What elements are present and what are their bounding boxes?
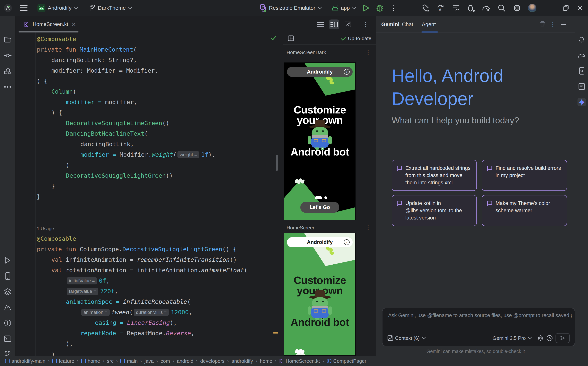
window-minimize-button[interactable] (545, 0, 558, 16)
apply-changes-button[interactable]: A (436, 0, 445, 16)
preview-options-kebab[interactable]: ⋮ (365, 225, 371, 230)
breadcrumb-item[interactable]: home (260, 358, 272, 364)
suggestion-text: Make my Theme's color scheme warmer (496, 200, 562, 221)
more-tool-windows-icon[interactable] (3, 83, 12, 91)
view-mode-split-icon[interactable] (329, 19, 339, 30)
clear-chat-trash-icon[interactable] (539, 20, 546, 28)
breadcrumb-item[interactable]: CompactPager (327, 358, 367, 364)
gemini-options-kebab[interactable]: ⋮ (549, 20, 557, 28)
breadcrumb-item[interactable]: developers (200, 358, 224, 364)
breadcrumb-item[interactable]: com (160, 358, 170, 364)
gradle-tool-icon[interactable] (578, 51, 586, 59)
preview-app-bar: Androidify i (287, 237, 353, 247)
preview-homescreen[interactable]: Androidify i Customize your own Android … (284, 233, 356, 356)
editor-options-kebab[interactable]: ⋮ (361, 19, 371, 30)
suggestion-card[interactable]: Extract all hardcoded strings from this … (392, 160, 477, 191)
indent-guide (51, 97, 51, 181)
apply-code-changes-button[interactable] (452, 0, 460, 16)
suggestion-card[interactable]: Update kotlin in @libs.version.toml to t… (392, 195, 477, 226)
debug-button[interactable] (376, 0, 384, 16)
breadcrumb-item[interactable]: HomeScreen.kt (279, 358, 320, 364)
gemini-input-box[interactable]: Ask Gemini, use @filename to attach sour… (382, 308, 575, 346)
gemini-greeting: Hello, Android Developer (392, 64, 503, 110)
inspections-ok-icon[interactable] (271, 36, 276, 40)
view-mode-code-icon[interactable] (315, 19, 325, 30)
run-button[interactable] (363, 0, 369, 16)
hide-panel-icon[interactable] (560, 20, 567, 28)
kotlin-file-icon (279, 359, 284, 363)
build-button[interactable] (422, 0, 430, 16)
breadcrumb-separator-icon: › (103, 358, 104, 364)
tab-chat[interactable]: Chat (402, 16, 413, 32)
suggestion-text: Find and resolve build errors in my proj… (496, 164, 562, 186)
history-clock-icon[interactable] (546, 335, 553, 341)
project-name: Androidify (48, 5, 72, 11)
device-manager-tool-icon[interactable] (3, 272, 12, 280)
preview-item-header: HomeScreenDark ⋮ (284, 47, 374, 58)
tab-label: HomeScreen.kt (33, 21, 68, 27)
code-content[interactable]: @Composableprivate fun MainHomeContent(d… (37, 34, 248, 356)
project-tool-icon[interactable] (3, 35, 12, 44)
terminal-tool-icon[interactable] (3, 335, 12, 343)
hamburger-menu[interactable] (20, 0, 28, 16)
commit-tool-icon[interactable] (3, 51, 12, 60)
preview-item-header: HomeScreen ⋮ (284, 222, 374, 233)
breadcrumb-item[interactable]: feature (52, 358, 74, 364)
tab-close-icon[interactable]: ✕ (71, 21, 76, 28)
context-selector[interactable]: Context (6) (387, 335, 426, 341)
run-configuration-selector[interactable]: app (332, 0, 356, 16)
check-icon (341, 37, 346, 41)
android-head-icon (332, 6, 338, 10)
gemini-settings-gear-icon[interactable] (537, 335, 544, 341)
breadcrumb-item[interactable]: androidify-main (5, 358, 46, 364)
gemini-subtitle: What can I help you build today? (392, 115, 519, 125)
notifications-bell-icon[interactable] (578, 35, 586, 43)
problems-tool-icon[interactable] (3, 319, 12, 327)
breadcrumb-item[interactable]: android (177, 358, 193, 364)
breadcrumb-item[interactable]: src (107, 358, 114, 364)
suggestion-card[interactable]: Find and resolve build errors in my proj… (482, 160, 567, 191)
breadcrumb-separator-icon: › (256, 358, 257, 364)
gradle-sync-button[interactable] (482, 0, 491, 16)
preview-options-kebab[interactable]: ⋮ (365, 49, 371, 55)
tab-homescreen-kt[interactable]: HomeScreen.kt ✕ (19, 16, 81, 32)
vcs-branch-selector[interactable]: DarkTheme (89, 0, 132, 16)
breadcrumb-item[interactable]: main (120, 358, 137, 364)
project-selector[interactable]: Androidify (38, 0, 78, 16)
gemini-tool-icon[interactable] (578, 98, 586, 107)
preview-render: Androidify i Customize your own Android … (284, 63, 355, 220)
editor-scrollbar[interactable] (276, 155, 278, 171)
user-avatar[interactable] (528, 4, 536, 12)
send-button[interactable] (556, 333, 570, 343)
logcat-tool-icon[interactable] (3, 303, 12, 312)
status-bar: androidify-main›feature›home›src›main›ja… (0, 356, 588, 366)
settings-button[interactable] (513, 0, 521, 16)
preview-homescreendark[interactable]: Androidify i Customize your own Android … (284, 62, 356, 220)
run-tool-icon[interactable] (3, 256, 12, 265)
view-mode-design-icon[interactable] (343, 19, 353, 30)
preview-layout-icon[interactable] (288, 35, 295, 42)
preview-headline: Customize (284, 104, 355, 115)
model-selector[interactable]: Gemini 2.5 Pro (493, 335, 532, 341)
window-restore-button[interactable] (559, 0, 573, 16)
resource-manager-tool-icon[interactable] (3, 67, 12, 76)
breadcrumb-item[interactable]: home (81, 358, 100, 364)
breadcrumb-separator-icon: › (173, 358, 174, 364)
breadcrumb-item[interactable]: androidify (231, 358, 253, 364)
breadcrumb-item[interactable]: java (145, 358, 154, 364)
attach-debugger-button[interactable] (467, 0, 475, 16)
app-quality-insights-tool-icon[interactable] (578, 82, 586, 91)
code-editor[interactable]: @Composableprivate fun MainHomeContent(d… (15, 32, 282, 356)
more-run-actions[interactable]: ⋮ (390, 0, 397, 16)
window-close-button[interactable] (573, 0, 587, 16)
build-variants-tool-icon[interactable] (3, 288, 12, 296)
gemini-input-placeholder: Ask Gemini, use @filename to attach sour… (388, 313, 572, 319)
chat-bubble-icon (487, 165, 492, 171)
search-everywhere-button[interactable] (497, 0, 506, 16)
preview-name: HomeScreen (287, 225, 316, 231)
running-devices-tool-icon[interactable] (578, 67, 586, 75)
device-selector[interactable]: Resizable Emulator (260, 0, 322, 16)
breadcrumb-separator-icon: › (227, 358, 229, 364)
tab-agent[interactable]: Agent (422, 16, 436, 32)
suggestion-card[interactable]: Make my Theme's color scheme warmer (482, 195, 567, 226)
